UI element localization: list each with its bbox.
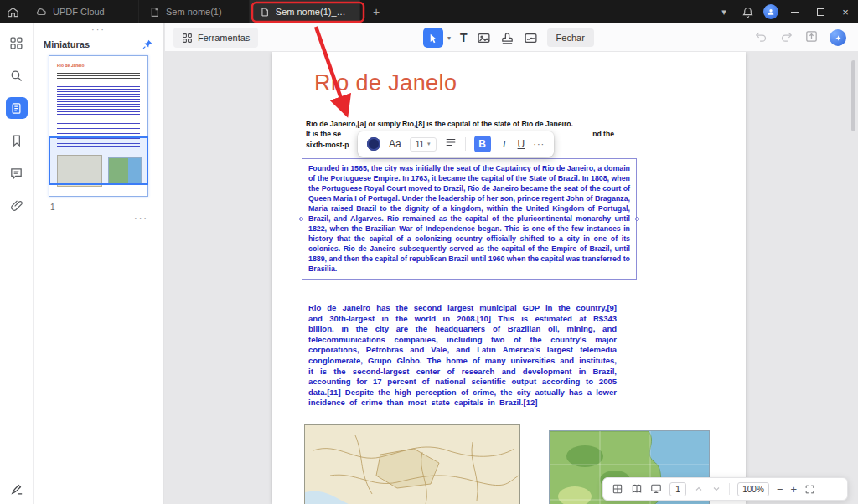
tab-sem-nome-1[interactable]: Sem nome(1): [139, 0, 250, 23]
stamp-tool-button[interactable]: [500, 31, 514, 45]
zoom-in-button[interactable]: +: [791, 484, 798, 495]
previous-page-button[interactable]: [694, 484, 704, 494]
updf-app-window: UPDF Cloud Sem nome(1) Sem nome(1)_OCR +…: [0, 0, 858, 504]
font-family-button[interactable]: Aa: [389, 138, 401, 150]
chevron-up-icon: [694, 484, 704, 494]
fit-screen-button[interactable]: [804, 484, 815, 495]
ferramentas-label: Ferramentas: [198, 33, 250, 43]
apps-grid-icon: [9, 36, 23, 50]
book-icon: [631, 483, 643, 495]
doc-title-text[interactable]: Rio de Janelo: [314, 70, 457, 96]
text-format-toolbar: Aa 11 ▾ B I U ···: [358, 131, 554, 157]
titlebar: UPDF Cloud Sem nome(1) Sem nome(1)_OCR +…: [0, 0, 858, 23]
sparkle-icon: [834, 33, 843, 43]
redo-button[interactable]: [779, 29, 793, 47]
comments-button[interactable]: [6, 162, 28, 184]
chevron-down-icon: [711, 484, 721, 494]
maximize-button[interactable]: [808, 0, 833, 23]
resize-handle-left[interactable]: [299, 217, 303, 221]
ferramentas-button[interactable]: Ferramentas: [173, 28, 258, 48]
doc-paragraph-economy[interactable]: Rio de Janeiro has the second largest mu…: [308, 303, 617, 409]
thumb-page-number: 1: [50, 203, 55, 212]
reading-mode-button[interactable]: [631, 483, 643, 495]
search-icon: [9, 69, 23, 83]
image-icon: [477, 31, 491, 45]
thumbnails-panel: ··· Miniaturas Rio de Janelo 1 ···: [34, 23, 164, 504]
sidebar-icon-rail: [0, 23, 34, 504]
zoom-out-button[interactable]: −: [777, 484, 783, 495]
panels-button[interactable]: [6, 32, 28, 54]
select-tool-dropdown[interactable]: ▾: [447, 34, 451, 42]
page-thumbnail[interactable]: Rio de Janelo: [49, 55, 148, 197]
panel-more-button[interactable]: ···: [34, 23, 163, 33]
state-map-drawing: [305, 425, 519, 504]
thumbnail-viewport-indicator[interactable]: [49, 136, 148, 185]
align-lines-icon: [445, 136, 457, 148]
home-button[interactable]: [0, 0, 25, 23]
signature-tool-button[interactable]: [0, 481, 34, 496]
titlebar-dropdown-button[interactable]: ▾: [712, 0, 736, 23]
undo-button[interactable]: [754, 29, 768, 47]
thumbnails-panel-button[interactable]: [6, 97, 28, 119]
presentation-mode-button[interactable]: [650, 483, 662, 495]
intro-line-1: Rio de Janeiro,[a] or simply Rio,[8] is …: [306, 119, 618, 129]
format-more-button[interactable]: ···: [533, 139, 545, 149]
font-color-swatch[interactable]: [367, 137, 380, 151]
monitor-icon: [650, 483, 662, 495]
bell-icon: [742, 6, 754, 18]
pin-icon[interactable]: [142, 39, 153, 50]
person-icon: [767, 8, 775, 16]
font-size-select[interactable]: 11 ▾: [410, 137, 437, 152]
zoom-level-value[interactable]: 100%: [737, 482, 769, 496]
new-tab-button[interactable]: +: [365, 1, 387, 23]
thumb-text-block: [57, 73, 140, 80]
bookmarks-button[interactable]: [6, 130, 28, 152]
search-button[interactable]: [6, 64, 28, 86]
tab-updf-cloud[interactable]: UPDF Cloud: [25, 0, 139, 23]
next-page-button[interactable]: [711, 484, 721, 494]
panel-header: Miniaturas: [34, 33, 163, 50]
titlebar-right-controls: ▾ ×: [712, 0, 858, 23]
bookmark-icon: [10, 134, 23, 147]
signature-pen-icon: [10, 481, 24, 496]
map-image-state[interactable]: [304, 424, 520, 504]
selected-text-block[interactable]: Founded in 1565, the city was initially …: [302, 158, 637, 280]
text-tool-button[interactable]: T: [460, 31, 468, 44]
thumbnail-view-button[interactable]: [612, 483, 623, 495]
minimize-icon: [791, 12, 799, 13]
user-avatar[interactable]: [759, 0, 783, 23]
main-toolbar: Ferramentas ▾ T Fechar: [165, 23, 858, 52]
grid-view-icon: [612, 483, 623, 495]
attachments-button[interactable]: [6, 195, 28, 217]
intro-line-2-right: nd the: [592, 129, 614, 139]
resize-handle-right[interactable]: [635, 217, 639, 221]
selected-text-content: Founded in 1565, the city was initially …: [308, 163, 630, 274]
signature-field-icon: [524, 31, 538, 45]
page-navigation-bar: 1 100% − +: [602, 477, 848, 501]
document-icon: [260, 7, 270, 18]
vertical-scrollbar[interactable]: [851, 60, 855, 131]
close-button[interactable]: ×: [833, 0, 858, 23]
tab-sem-nome-1-ocr[interactable]: Sem nome(1)_OCR: [250, 0, 360, 23]
sign-tool-button[interactable]: [524, 31, 538, 45]
thumbnail-more-button[interactable]: ···: [134, 213, 148, 223]
avatar-circle: [763, 4, 778, 19]
tab-label: Sem nome(1)_OCR: [276, 7, 349, 17]
bold-button[interactable]: B: [474, 136, 491, 152]
save-button[interactable]: [804, 29, 819, 47]
panel-title: Miniaturas: [44, 39, 90, 49]
history-tools-group: [754, 28, 846, 48]
page-number-input[interactable]: 1: [669, 482, 686, 496]
notifications-button[interactable]: [736, 0, 759, 23]
tab-label: UPDF Cloud: [53, 7, 105, 17]
chevron-down-icon: ▾: [427, 141, 431, 147]
image-tool-button[interactable]: [477, 31, 491, 45]
minimize-button[interactable]: [783, 0, 808, 23]
underline-button[interactable]: U: [518, 138, 525, 150]
edit-tools-group: ▾ T Fechar: [423, 27, 594, 49]
fechar-button[interactable]: Fechar: [547, 28, 594, 47]
ai-assistant-button[interactable]: [830, 29, 846, 46]
select-tool-button[interactable]: [423, 28, 443, 48]
italic-button[interactable]: I: [499, 137, 509, 151]
align-button[interactable]: [445, 136, 457, 152]
